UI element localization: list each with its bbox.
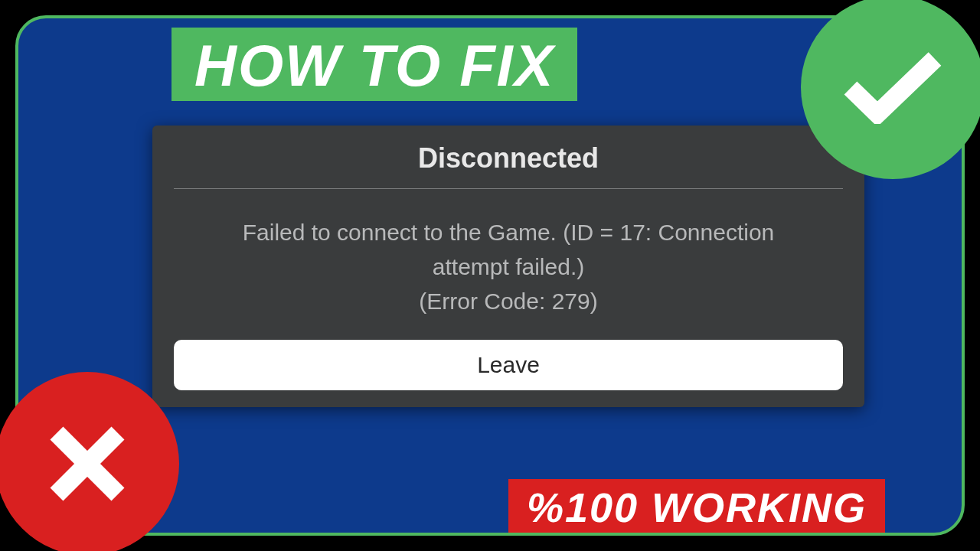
title-text: HOW TO FIX [194,37,554,95]
dialog-message-line-1: Failed to connect to the Game. (ID = 17:… [189,215,828,249]
check-badge [801,0,980,179]
cross-badge [0,372,179,551]
working-text: %100 WORKING [527,487,867,528]
check-icon [843,51,942,124]
thumbnail-frame: HOW TO FIX Disconnected Failed to connec… [15,15,965,536]
dialog-message-line-2: attempt failed.) [189,249,828,284]
working-banner: %100 WORKING [508,479,885,533]
dialog-title: Disconnected [174,142,843,189]
disconnected-dialog: Disconnected Failed to connect to the Ga… [152,126,864,407]
title-banner: HOW TO FIX [172,28,577,101]
dialog-message-line-3: (Error Code: 279) [189,284,828,318]
dialog-message: Failed to connect to the Game. (ID = 17:… [174,189,843,340]
leave-button[interactable]: Leave [174,340,843,390]
cross-icon [45,422,129,506]
